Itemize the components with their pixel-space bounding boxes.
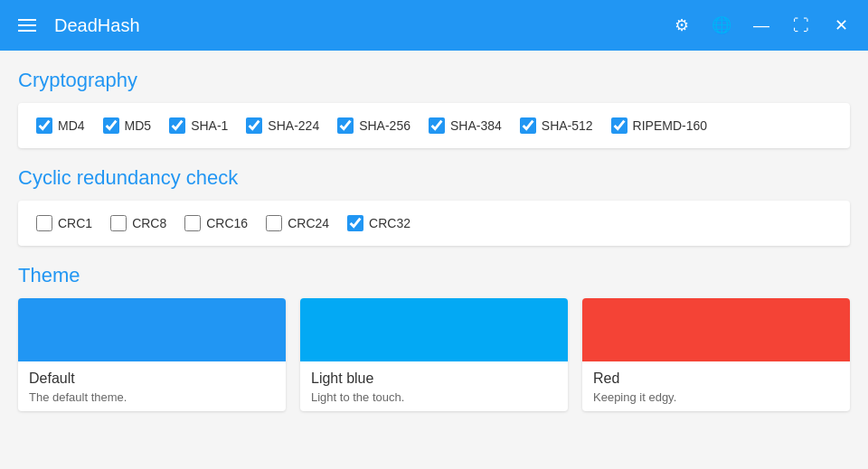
- checkbox-ripemd160[interactable]: RIPEMD-160: [611, 117, 707, 134]
- menu-button[interactable]: [11, 9, 43, 42]
- checkbox-md4[interactable]: MD4: [36, 117, 85, 134]
- checkbox-sha512-label: SHA-512: [542, 118, 593, 133]
- settings-button[interactable]: ⚙: [665, 9, 698, 42]
- titlebar: DeadHash ⚙ 🌐 — ⛶ ✕: [0, 0, 868, 51]
- theme-default-name: Default: [29, 371, 275, 387]
- checkbox-crc8[interactable]: CRC8: [110, 215, 166, 231]
- checkbox-crc16-label: CRC16: [206, 216, 248, 230]
- checkbox-crc1-label: CRC1: [58, 216, 92, 230]
- crc-card: CRC1 CRC8 CRC16 CRC24 CRC32: [18, 201, 850, 246]
- theme-red-info: Red Keeping it edgy.: [582, 361, 850, 411]
- checkbox-crc1[interactable]: CRC1: [36, 215, 92, 231]
- language-icon: 🌐: [712, 15, 731, 35]
- checkbox-crc1-input[interactable]: [36, 215, 52, 231]
- theme-default-desc: The default theme.: [29, 390, 275, 404]
- theme-light-blue-info: Light blue Light to the touch.: [300, 361, 568, 411]
- theme-default[interactable]: Default The default theme.: [18, 298, 286, 411]
- cryptography-checkbox-row: MD4 MD5 SHA-1 SHA-224 SHA-256 SHA-384: [36, 117, 832, 134]
- checkbox-sha224-label: SHA-224: [268, 118, 319, 133]
- close-icon: ✕: [835, 15, 848, 35]
- checkbox-crc24-input[interactable]: [266, 215, 282, 231]
- maximize-button[interactable]: ⛶: [785, 9, 817, 42]
- crc-checkbox-row: CRC1 CRC8 CRC16 CRC24 CRC32: [36, 215, 832, 231]
- theme-light-blue-preview: [300, 298, 568, 361]
- language-button[interactable]: 🌐: [705, 9, 738, 42]
- theme-light-blue-desc: Light to the touch.: [311, 390, 557, 404]
- checkbox-crc24[interactable]: CRC24: [266, 215, 329, 231]
- theme-red[interactable]: Red Keeping it edgy.: [582, 298, 850, 411]
- checkbox-crc16[interactable]: CRC16: [184, 215, 248, 231]
- checkbox-md5-label: MD5: [125, 118, 152, 133]
- checkbox-sha1[interactable]: SHA-1: [169, 117, 228, 134]
- theme-light-blue-name: Light blue: [311, 371, 557, 387]
- cryptography-section-title: Cryptography: [18, 69, 850, 92]
- checkbox-sha256[interactable]: SHA-256: [337, 117, 410, 134]
- theme-red-desc: Keeping it edgy.: [593, 390, 839, 404]
- checkbox-sha1-input[interactable]: [169, 117, 185, 134]
- main-content: Cryptography MD4 MD5 SHA-1 SHA-224 SHA-2…: [0, 51, 868, 469]
- checkbox-sha1-label: SHA-1: [191, 118, 228, 133]
- theme-section-title: Theme: [18, 264, 850, 287]
- close-button[interactable]: ✕: [825, 9, 857, 42]
- checkbox-sha384[interactable]: SHA-384: [429, 117, 502, 134]
- checkbox-sha384-label: SHA-384: [450, 118, 502, 133]
- checkbox-crc32-input[interactable]: [347, 215, 363, 231]
- checkbox-ripemd160-label: RIPEMD-160: [633, 118, 707, 133]
- checkbox-sha256-input[interactable]: [337, 117, 354, 134]
- minimize-button[interactable]: —: [745, 9, 778, 42]
- checkbox-crc32-label: CRC32: [369, 216, 410, 230]
- checkbox-crc24-label: CRC24: [288, 216, 329, 230]
- checkbox-sha224[interactable]: SHA-224: [246, 117, 319, 134]
- settings-icon: ⚙: [675, 15, 689, 35]
- checkbox-crc8-label: CRC8: [132, 216, 166, 230]
- checkbox-crc32[interactable]: CRC32: [347, 215, 410, 231]
- checkbox-sha384-input[interactable]: [429, 117, 445, 134]
- checkbox-sha256-label: SHA-256: [359, 118, 410, 133]
- theme-light-blue[interactable]: Light blue Light to the touch.: [300, 298, 568, 411]
- checkbox-crc16-input[interactable]: [184, 215, 201, 231]
- titlebar-left: DeadHash: [11, 9, 140, 42]
- checkbox-md4-input[interactable]: [36, 117, 52, 134]
- checkbox-sha224-input[interactable]: [246, 117, 262, 134]
- theme-default-info: Default The default theme.: [18, 361, 286, 411]
- hamburger-icon: [18, 19, 36, 32]
- crc-section-title: Cyclic redundancy check: [18, 166, 850, 190]
- theme-default-preview: [18, 298, 286, 361]
- app-title: DeadHash: [54, 15, 140, 36]
- checkbox-crc8-input[interactable]: [110, 215, 127, 231]
- checkbox-md5-input[interactable]: [103, 117, 119, 134]
- checkbox-ripemd160-input[interactable]: [611, 117, 627, 134]
- minimize-icon: —: [753, 16, 769, 35]
- cryptography-card: MD4 MD5 SHA-1 SHA-224 SHA-256 SHA-384: [18, 103, 850, 148]
- checkbox-sha512-input[interactable]: [520, 117, 536, 134]
- theme-red-name: Red: [593, 371, 839, 387]
- titlebar-right: ⚙ 🌐 — ⛶ ✕: [665, 9, 857, 42]
- maximize-icon: ⛶: [793, 16, 809, 35]
- checkbox-sha512[interactable]: SHA-512: [520, 117, 593, 134]
- checkbox-md4-label: MD4: [58, 118, 85, 133]
- checkbox-md5[interactable]: MD5: [103, 117, 152, 134]
- theme-red-preview: [582, 298, 850, 361]
- theme-cards: Default The default theme. Light blue Li…: [18, 298, 850, 411]
